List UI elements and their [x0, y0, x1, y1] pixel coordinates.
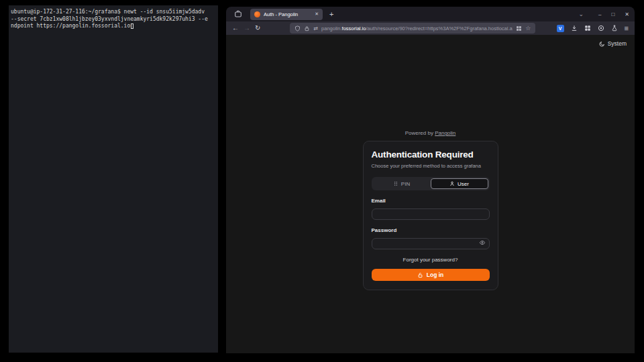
nav-toolbar: ← → ↻ ⇄ pangolin.fossorial.io/auth/resou… — [226, 21, 635, 35]
card-subtitle: Choose your preferred method to access g… — [372, 163, 490, 169]
page-action-grid-icon[interactable] — [516, 25, 522, 32]
permissions-exchange-icon[interactable]: ⇄ — [313, 25, 318, 32]
new-tab-button[interactable]: + — [329, 10, 333, 18]
tab-list-chevron-icon[interactable]: ⌄ — [578, 11, 584, 17]
browser-window: Auth - Pangolin ✕ + ⌄ – □ ✕ ← → ↻ — [226, 7, 635, 353]
tab-user[interactable]: User — [431, 178, 488, 189]
url-bar[interactable]: ⇄ pangolin.fossorial.io/auth/resource/90… — [290, 23, 535, 34]
pangolin-favicon — [254, 11, 260, 17]
tab-title: Auth - Pangolin — [264, 11, 311, 17]
terminal-line: ndpoint https://pangolin.fossorial.io — [11, 23, 216, 30]
terminal-line: --secret 7cbz1xw08lh1jbzey03yxvndljvneam… — [11, 16, 216, 23]
password-field[interactable] — [372, 238, 490, 249]
user-icon — [449, 181, 455, 186]
toolbar-extensions-area: V ≡ — [557, 24, 629, 32]
firefox-view-icon[interactable] — [234, 10, 242, 18]
password-label: Password — [372, 227, 490, 233]
downloads-icon[interactable] — [571, 25, 578, 32]
tab-pin-label: PIN — [401, 181, 410, 187]
terminal-line: ubuntu@ip-172-31-27-116:~/grafana$ newt … — [11, 9, 216, 16]
reload-button[interactable]: ↻ — [255, 25, 260, 32]
terminal-window[interactable]: ubuntu@ip-172-31-27-116:~/grafana$ newt … — [9, 5, 218, 353]
circle-dot-extension-icon[interactable] — [598, 25, 604, 32]
back-button[interactable]: ← — [232, 25, 239, 32]
login-button[interactable]: Log in — [372, 269, 490, 281]
theme-toggle-label: System — [608, 40, 627, 47]
email-field[interactable] — [372, 208, 490, 220]
blue-extension-icon[interactable]: V — [557, 25, 564, 32]
auth-panel: Powered by Pangolin Authentication Requi… — [363, 130, 498, 290]
page-content: System Powered by Pangolin Authenticatio… — [226, 35, 635, 353]
login-button-label: Log in — [427, 272, 444, 278]
show-password-eye-icon[interactable] — [479, 239, 486, 246]
tab-close-icon[interactable]: ✕ — [315, 11, 319, 17]
extensions-puzzle-grid-icon[interactable] — [584, 25, 591, 32]
email-label: Email — [372, 198, 490, 204]
close-window-button[interactable]: ✕ — [625, 11, 629, 17]
menu-hamburger-icon[interactable]: ≡ — [625, 24, 629, 32]
window-controls: – □ ✕ — [598, 11, 629, 17]
tab-bar: Auth - Pangolin ✕ + ⌄ – □ ✕ — [226, 7, 635, 21]
maximize-button[interactable]: □ — [611, 11, 614, 17]
bookmark-star-icon[interactable]: ☆ — [525, 25, 531, 32]
minimize-button[interactable]: – — [598, 11, 601, 17]
tab-pin[interactable]: PIN — [373, 178, 431, 189]
password-field-wrap — [372, 236, 490, 249]
https-lock-icon[interactable] — [304, 25, 310, 32]
auth-card: Authentication Required Choose your pref… — [363, 141, 498, 290]
forgot-password-link[interactable]: Forgot your password? — [372, 257, 490, 263]
powered-by: Powered by Pangolin — [363, 130, 498, 136]
auth-method-tabs: PIN User — [372, 177, 490, 190]
theme-toggle[interactable]: System — [599, 40, 627, 47]
moon-icon — [599, 41, 605, 47]
forward-button[interactable]: → — [244, 25, 250, 32]
card-title: Authentication Required — [372, 149, 490, 160]
browser-tab[interactable]: Auth - Pangolin ✕ — [250, 9, 323, 20]
pangolin-link[interactable]: Pangolin — [435, 130, 455, 136]
url-text[interactable]: pangolin.fossorial.io/auth/resource/90?r… — [321, 25, 513, 32]
keypad-icon — [393, 181, 398, 186]
tracking-protection-shield-icon[interactable] — [294, 25, 301, 32]
terminal-cursor — [131, 23, 133, 29]
lock-open-icon — [417, 272, 423, 278]
tab-user-label: User — [458, 181, 469, 187]
flask-extension-icon[interactable] — [611, 25, 618, 32]
